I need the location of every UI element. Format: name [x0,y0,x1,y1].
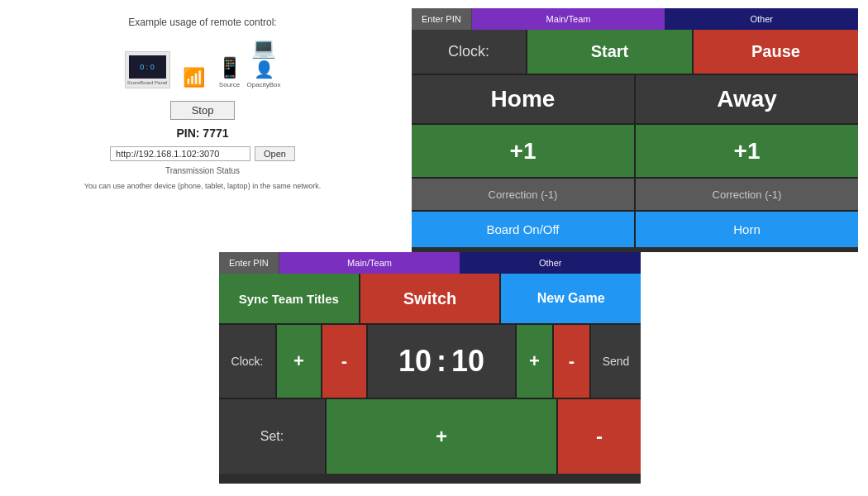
phone-icon: 📱 [217,56,242,79]
open-button[interactable]: Open [255,146,295,161]
clock-display: 10 : 10 [368,325,517,399]
correction-row: Correction (-1) Correction (-1) [412,179,858,212]
wifi-section: 📶 [179,67,209,88]
top-controls-row: Sync Team Titles Switch New Game [219,274,641,325]
laptop-icon: 💻 [251,36,276,60]
clock-plus-button[interactable]: + [277,325,322,399]
clock-label-bottom: Clock: [219,325,277,399]
plus1-away-button[interactable]: +1 [636,125,858,179]
plus1-home-button[interactable]: +1 [412,125,636,179]
laptop-device: 💻 👤 OpacityBox [247,36,281,88]
bottom-header: Enter PIN Main/Team Other [219,252,641,274]
bottom-panel: Enter PIN Main/Team Other Sync Team Titl… [219,252,641,484]
url-input[interactable] [110,146,250,161]
source-label: Source [219,81,240,88]
pin-display: PIN: 7771 [176,126,228,140]
score-display: 0 : 0 [140,63,155,71]
board-horn-row: Board On/Off Horn [412,212,858,247]
tab-other-bottom[interactable]: Other [460,252,641,274]
url-row: Open [110,146,295,161]
top-right-header: Enter PIN Main/Team Other [412,8,858,30]
note-text: You can use another device (phone, table… [84,182,321,190]
remote-illustration: 0 : 0 ScoreBoard Panel 📶 📱 Source 💻 👤 Op… [125,36,281,88]
person-icon: 👤 [254,60,274,79]
tab-enter-pin-bottom[interactable]: Enter PIN [219,252,279,274]
clock-label: Clock: [412,30,527,75]
device-label: OpacityBox [247,81,281,88]
wifi-icon: 📶 [183,67,205,88]
pause-button[interactable]: Pause [694,30,858,75]
correction-away-button[interactable]: Correction (-1) [636,179,858,212]
away-label: Away [636,75,858,125]
set-plus-button[interactable]: + [327,399,558,474]
set-controls-row: Set: + - [219,399,641,474]
horn-button[interactable]: Horn [636,212,858,247]
tab-other-top[interactable]: Other [665,8,858,30]
devices-group: 📱 Source 💻 👤 OpacityBox [217,36,281,88]
team-names-row: Home Away [412,75,858,125]
tab-enter-pin-top[interactable]: Enter PIN [412,8,472,30]
send-button[interactable]: Send [591,325,641,399]
board-on-off-button[interactable]: Board On/Off [412,212,636,247]
clock-left-value: 10 [398,344,432,379]
phone-device: 📱 Source [217,56,242,88]
transmission-status: Transmission Status [165,166,240,175]
score-plus-button[interactable]: + [517,325,554,399]
scoreboard-screen: 0 : 0 [129,55,166,79]
device-icons: 📱 Source 💻 👤 OpacityBox [217,36,281,88]
clock-minus-button[interactable]: - [322,325,368,399]
home-label: Home [412,75,636,125]
scoreboard-device: 0 : 0 ScoreBoard Panel [125,51,170,88]
sync-team-titles-button[interactable]: Sync Team Titles [219,274,360,325]
start-button[interactable]: Start [527,30,694,75]
new-game-button[interactable]: New Game [501,274,641,325]
tab-main-team-bottom[interactable]: Main/Team [279,252,460,274]
switch-button[interactable]: Switch [360,274,502,325]
top-right-panel: Enter PIN Main/Team Other Clock: Start P… [412,8,858,252]
example-title: Example usage of remote control: [128,17,276,28]
score-minus-button[interactable]: - [554,325,591,399]
clock-controls-row: Clock: + - 10 : 10 + - Send [219,325,641,399]
tab-main-team-top[interactable]: Main/Team [472,8,665,30]
stop-button[interactable]: Stop [170,101,236,120]
score-plus-row: +1 +1 [412,125,858,179]
clock-colon: : [436,344,446,379]
set-minus-button[interactable]: - [558,399,641,474]
scoreboard-label: ScoreBoard Panel [127,80,168,85]
clock-row: Clock: Start Pause [412,30,858,75]
set-label: Set: [219,399,327,474]
clock-right-value: 10 [451,344,484,379]
scoreboard-box: 0 : 0 ScoreBoard Panel [125,51,170,88]
correction-home-button[interactable]: Correction (-1) [412,179,636,212]
